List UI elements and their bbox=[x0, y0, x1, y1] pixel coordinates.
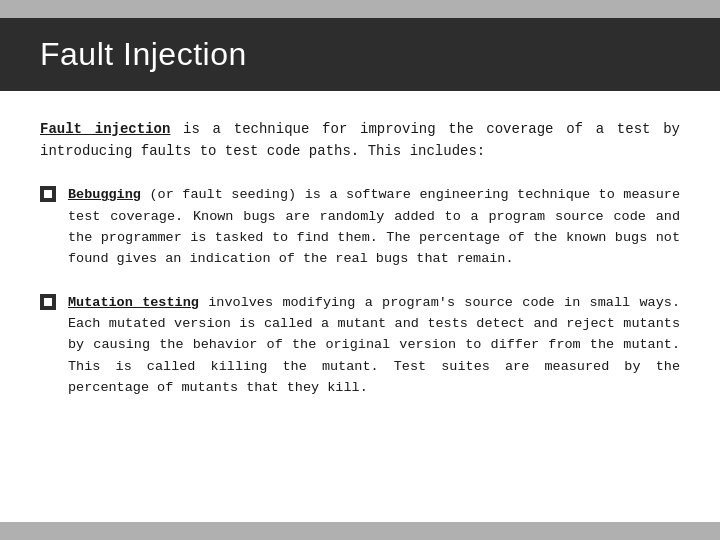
bullet-mutation-testing: Mutation testing involves modifying a pr… bbox=[40, 292, 680, 399]
bullet-icon-bebugging bbox=[40, 186, 56, 202]
bullet-content-bebugging: Bebugging (or fault seeding) is a softwa… bbox=[68, 184, 680, 269]
intro-paragraph: Fault injection is a technique for impro… bbox=[40, 119, 680, 162]
header-bar: Fault Injection bbox=[0, 18, 720, 91]
bullet-term-bebugging: Bebugging bbox=[68, 187, 141, 202]
bullet-desc-bebugging: (or fault seeding) is a software enginee… bbox=[68, 187, 680, 266]
bottom-decorative-bar bbox=[0, 522, 720, 540]
bullet-icon-mutation bbox=[40, 294, 56, 310]
bullet-icon-inner-2 bbox=[44, 298, 52, 306]
content-area: Fault injection is a technique for impro… bbox=[0, 91, 720, 522]
intro-bold-term: Fault injection bbox=[40, 121, 170, 137]
bullet-icon-inner bbox=[44, 190, 52, 198]
top-decorative-bar bbox=[0, 0, 720, 18]
bullet-term-mutation: Mutation testing bbox=[68, 295, 199, 310]
bullet-content-mutation: Mutation testing involves modifying a pr… bbox=[68, 292, 680, 399]
slide-title: Fault Injection bbox=[40, 36, 247, 72]
bullet-bebugging: Bebugging (or fault seeding) is a softwa… bbox=[40, 184, 680, 269]
slide-container: Fault Injection Fault injection is a tec… bbox=[0, 0, 720, 540]
